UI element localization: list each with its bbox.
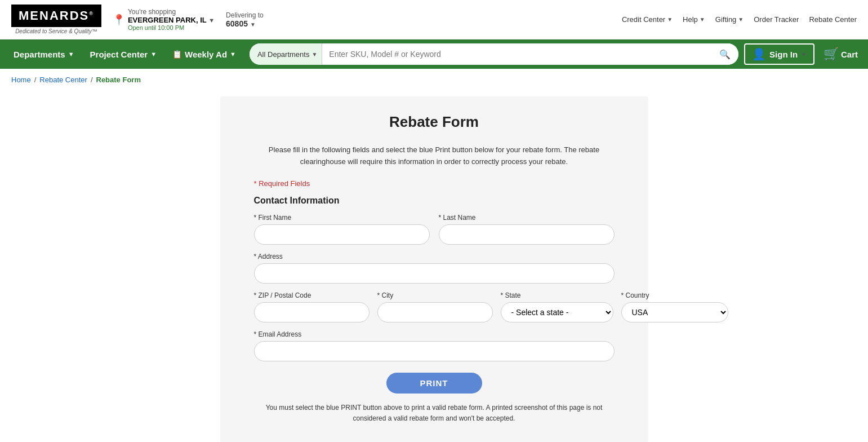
email-group: * Email Address (254, 330, 615, 361)
user-icon: 👤 (752, 47, 766, 61)
form-card: Rebate Form Please fill in the following… (220, 96, 648, 442)
logo-text: MENARDS (19, 8, 89, 23)
search-department-select[interactable]: All Departments ▼ (250, 43, 322, 65)
search-submit-button[interactable]: 🔍 (711, 43, 738, 65)
sign-in-label: Sign In (769, 50, 798, 59)
help-chevron-icon: ▼ (700, 16, 705, 23)
address-input[interactable] (254, 263, 615, 284)
breadcrumb-home[interactable]: Home (11, 76, 31, 84)
form-description: Please fill in the following fields and … (254, 144, 615, 168)
sign-in-chevron-icon: ▼ (801, 51, 807, 58)
credit-center-chevron-icon: ▼ (667, 16, 673, 23)
location-name[interactable]: EVERGREEN PARK, IL ▼ (128, 16, 215, 24)
country-select[interactable]: USA Canada (621, 302, 728, 322)
city-label: * City (377, 291, 493, 299)
logo-container[interactable]: MENARDS® Dedicated to Service & Quality™ (11, 5, 101, 34)
breadcrumb: Home / Rebate Center / Rebate Form (0, 69, 868, 91)
departments-nav-item[interactable]: Departments ▼ (6, 39, 82, 69)
zip-input[interactable] (254, 302, 370, 322)
delivering-label: Delivering to (226, 11, 264, 19)
location-pin-icon: 📍 (113, 14, 125, 26)
state-select[interactable]: - Select a state - Alabama Alaska Arizon… (501, 302, 613, 322)
email-input[interactable] (254, 341, 615, 361)
help-link[interactable]: Help ▼ (683, 15, 705, 24)
breadcrumb-current: Rebate Form (96, 76, 141, 84)
address-label: * Address (254, 253, 615, 260)
print-button[interactable]: PRINT (386, 373, 482, 394)
country-label: * Country (621, 291, 728, 299)
first-name-label: * First Name (254, 214, 430, 222)
city-input[interactable] (377, 302, 493, 322)
gifting-chevron-icon: ▼ (738, 16, 744, 23)
project-center-label: Project Center (90, 50, 148, 59)
city-group: * City (377, 291, 493, 322)
print-note: You must select the blue PRINT button ab… (254, 403, 615, 424)
project-center-nav-item[interactable]: Project Center ▼ (82, 39, 164, 69)
search-input[interactable] (322, 43, 711, 65)
cart-icon: 🛒 (824, 47, 839, 61)
search-container: All Departments ▼ 🔍 (250, 43, 738, 65)
breadcrumb-sep-1: / (34, 76, 37, 84)
first-name-group: * First Name (254, 214, 430, 245)
last-name-input[interactable] (439, 224, 615, 245)
weekly-ad-chevron-icon: ▼ (230, 51, 236, 58)
rebate-center-link[interactable]: Rebate Center (809, 15, 857, 24)
delivery-info: Delivering to 60805 ▼ (226, 11, 264, 28)
top-bar: MENARDS® Dedicated to Service & Quality™… (0, 0, 868, 39)
search-dept-chevron-icon: ▼ (311, 51, 317, 58)
search-magnifier-icon: 🔍 (719, 50, 731, 59)
last-name-group: * Last Name (439, 214, 615, 245)
location-chevron-icon: ▼ (208, 17, 215, 24)
country-group: * Country USA Canada (621, 291, 728, 322)
location-text: You're shopping EVERGREEN PARK, IL ▼ Ope… (128, 8, 215, 31)
departments-label: Departments (14, 50, 65, 59)
delivery-zip[interactable]: 60805 ▼ (226, 19, 264, 28)
shopping-label: You're shopping (128, 8, 215, 16)
email-row: * Email Address (254, 330, 615, 361)
project-center-chevron-icon: ▼ (150, 51, 157, 58)
form-title: Rebate Form (254, 113, 615, 131)
logo-tagline: Dedicated to Service & Quality™ (15, 28, 97, 34)
nav-left: Departments ▼ Project Center ▼ 📋 Weekly … (6, 39, 244, 69)
nav-right: 👤 Sign In ▼ 🛒 Cart (744, 43, 862, 65)
last-name-label: * Last Name (439, 214, 615, 222)
credit-center-link[interactable]: Credit Center ▼ (622, 15, 673, 24)
zip-group: * ZIP / Postal Code (254, 291, 370, 322)
first-name-input[interactable] (254, 224, 430, 245)
search-dept-label: All Departments (257, 50, 309, 59)
location-hours: Open until 10:00 PM (128, 24, 215, 31)
breadcrumb-sep-2: / (91, 76, 93, 84)
departments-chevron-icon: ▼ (68, 51, 74, 58)
zip-city-state-row: * ZIP / Postal Code * City * State - Sel… (254, 291, 615, 322)
breadcrumb-rebate-center[interactable]: Rebate Center (39, 76, 87, 84)
name-row: * First Name * Last Name (254, 214, 615, 245)
address-group: * Address (254, 253, 615, 284)
required-note: * Required Fields (254, 179, 615, 188)
weekly-ad-label: Weekly Ad (185, 50, 227, 59)
logo: MENARDS® (11, 5, 101, 27)
contact-section-title: Contact Information (254, 196, 615, 206)
main-content: Rebate Form Please fill in the following… (0, 91, 868, 442)
delivery-chevron-icon: ▼ (250, 21, 256, 28)
gifting-link[interactable]: Gifting ▼ (715, 15, 744, 24)
nav-bar: Departments ▼ Project Center ▼ 📋 Weekly … (0, 39, 868, 69)
state-label: * State (501, 291, 613, 299)
top-bar-left: MENARDS® Dedicated to Service & Quality™… (11, 5, 264, 34)
sign-in-button[interactable]: 👤 Sign In ▼ (744, 43, 814, 65)
zip-label: * ZIP / Postal Code (254, 291, 370, 299)
state-group: * State - Select a state - Alabama Alask… (501, 291, 613, 322)
cart-label: Cart (841, 50, 858, 59)
location-info: 📍 You're shopping EVERGREEN PARK, IL ▼ O… (113, 8, 215, 31)
top-bar-right: Credit Center ▼ Help ▼ Gifting ▼ Order T… (622, 15, 857, 24)
order-tracker-link[interactable]: Order Tracker (754, 15, 799, 24)
address-row: * Address (254, 253, 615, 284)
email-label: * Email Address (254, 330, 615, 338)
weekly-ad-nav-item[interactable]: 📋 Weekly Ad ▼ (164, 39, 244, 69)
weekly-ad-calendar-icon: 📋 (172, 50, 182, 59)
cart-button[interactable]: 🛒 Cart (819, 43, 862, 65)
